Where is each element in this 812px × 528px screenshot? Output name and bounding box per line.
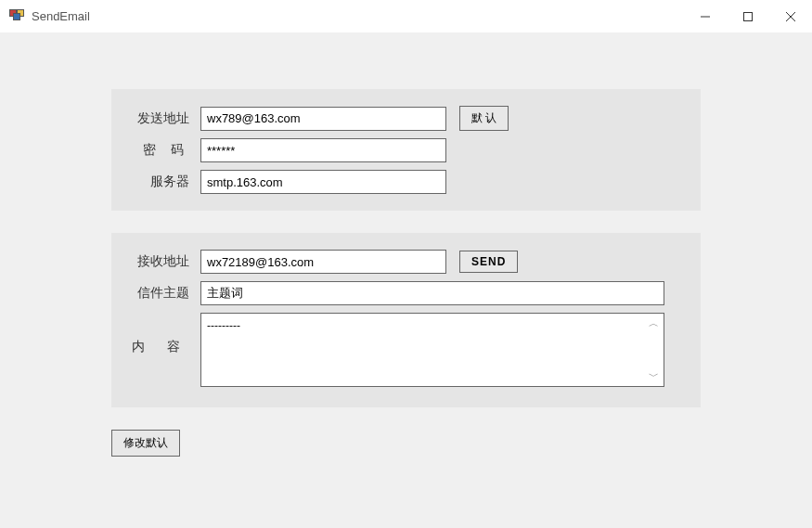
app-icon [9, 9, 24, 24]
recipient-group: 接收地址 SEND 信件主题 内 容 ︿ ﹀ [111, 233, 701, 407]
content-textarea[interactable] [200, 313, 664, 387]
client-area: 发送地址 默 认 密 码 服务器 接收地址 SEND 信件主题 [0, 33, 812, 528]
maximize-button[interactable] [727, 0, 769, 32]
sender-group: 发送地址 默 认 密 码 服务器 [111, 89, 701, 211]
default-button[interactable]: 默 认 [459, 106, 509, 131]
subject-input[interactable] [200, 281, 664, 305]
main-window: SendEmail 发送地址 默 认 密 码 [0, 0, 812, 528]
window-title: SendEmail [32, 9, 684, 23]
recipient-address-label: 接收地址 [130, 253, 200, 270]
svg-rect-1 [744, 12, 753, 20]
password-label: 密 码 [130, 142, 200, 159]
modify-default-button[interactable]: 修改默认 [111, 430, 180, 457]
send-button[interactable]: SEND [459, 251, 518, 273]
sender-address-input[interactable] [200, 107, 446, 131]
recipient-address-input[interactable] [200, 250, 446, 274]
password-input[interactable] [200, 138, 446, 162]
server-input[interactable] [200, 170, 446, 194]
sender-address-label: 发送地址 [130, 110, 200, 127]
window-controls [684, 0, 812, 32]
subject-label: 信件主题 [130, 285, 200, 302]
server-label: 服务器 [130, 174, 200, 190]
titlebar: SendEmail [0, 0, 812, 33]
minimize-button[interactable] [684, 0, 727, 32]
content-label: 内 容 [130, 313, 200, 355]
close-button[interactable] [769, 0, 812, 32]
